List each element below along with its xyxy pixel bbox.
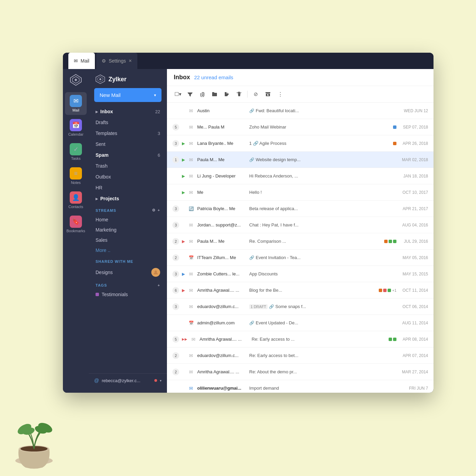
more-options-button[interactable]: ⋮ bbox=[275, 89, 286, 100]
sender-name: Austin bbox=[197, 108, 247, 113]
attach-button[interactable] bbox=[197, 89, 208, 100]
tab-mail[interactable]: ✉ Mail bbox=[68, 53, 95, 69]
folder-count: 3 bbox=[158, 131, 160, 136]
settings-tab-label: Settings bbox=[109, 58, 126, 64]
sidebar-item-notes[interactable]: ≡ Notes bbox=[65, 165, 87, 187]
folder-name: Outbox bbox=[96, 174, 160, 180]
mail-row[interactable]: 3 ▶ ✉ Jordan... support@z... Chat : Hey … bbox=[167, 217, 434, 233]
settings-icon[interactable]: ⚙ bbox=[152, 208, 156, 213]
mail-tags bbox=[384, 240, 396, 243]
mail-row[interactable]: 3 ▶ 🔄 Patricia Boyle... Me Beta release … bbox=[167, 201, 434, 217]
mail-row[interactable]: 0 ▶ ✉ olilienwuaru@gmai... Import demand… bbox=[167, 380, 434, 393]
tab-settings[interactable]: ⚙ Settings ✕ bbox=[96, 53, 138, 69]
account-switcher[interactable]: @ rebecca@zylker.c... ▾ bbox=[89, 373, 167, 387]
mail-subject: 🔗 Website design temp... bbox=[249, 157, 396, 162]
chevron-icon: ▾ bbox=[160, 379, 162, 382]
mail-date: OCT 10, 2017 bbox=[399, 190, 428, 195]
mail-row[interactable]: 3 ▶ ✉ Zombie Cutters... le... App Discou… bbox=[167, 266, 434, 282]
tags-actions[interactable]: + bbox=[158, 283, 160, 287]
thread-count: 5 bbox=[172, 124, 179, 131]
stream-sales[interactable]: Sales bbox=[89, 235, 167, 245]
mail-row[interactable]: 2 ▶ 📅 ITTeam Zillum... Me 🔗 Event Invita… bbox=[167, 250, 434, 266]
mail-header: Inbox 22 unread emails bbox=[167, 69, 434, 86]
mail-row[interactable]: 0 ▶ ✉ Austin 🔗 Fwd: Beautiful locati... … bbox=[167, 103, 434, 119]
add-tag-icon[interactable]: + bbox=[158, 283, 160, 287]
mail-subject: Chat : Hey Pat, I have f... bbox=[249, 222, 396, 227]
folder-templates[interactable]: Templates 3 bbox=[91, 128, 164, 139]
archive-button[interactable] bbox=[262, 89, 273, 100]
folder-name: Trash bbox=[96, 163, 160, 169]
add-icon[interactable]: + bbox=[158, 208, 160, 213]
tag-dot bbox=[383, 289, 387, 292]
tag-testimonials[interactable]: Testimonials bbox=[89, 289, 167, 300]
sidebar-item-calendar[interactable]: 📅 Calendar bbox=[65, 116, 87, 139]
filter-button[interactable] bbox=[185, 89, 196, 100]
mail-row[interactable]: 2 ▶ ✉ Amritha Agrawal.... ... Re: About … bbox=[167, 364, 434, 380]
mail-row[interactable]: 6 ▶ ✉ Amritha Agrawal.... ... Blog for t… bbox=[167, 282, 434, 299]
folder-drafts[interactable]: Drafts bbox=[91, 117, 164, 128]
mail-tags bbox=[393, 125, 396, 129]
mail-row[interactable]: 3 ▶ ✉ eduardov@zillum.c... 1 DRAFT 🔗 Som… bbox=[167, 299, 434, 315]
folder-sent[interactable]: Sent bbox=[91, 139, 164, 150]
sidebar-item-mail[interactable]: ✉ Mail bbox=[65, 92, 87, 115]
stream-marketing[interactable]: Marketing bbox=[89, 225, 167, 235]
mail-date: MAY 15, 2015 bbox=[399, 272, 428, 276]
mail-type-icon: ✉ bbox=[188, 107, 194, 114]
thread-count: 3 bbox=[172, 222, 179, 228]
mail-date: APR 26, 2018 bbox=[399, 141, 428, 146]
mail-type-icon: ✉ bbox=[188, 140, 194, 147]
mail-row[interactable]: 2 ▶ ✉ Paula M... Me Re. Comparison ... J… bbox=[167, 233, 434, 250]
mail-row[interactable]: 2 ▶ ✉ eduardov@zillum.c... Re: Early acc… bbox=[167, 347, 434, 364]
svg-rect-2 bbox=[74, 79, 77, 81]
folder-trash[interactable]: Trash bbox=[91, 160, 164, 171]
folder-name: Inbox bbox=[100, 109, 153, 114]
folder-spam[interactable]: Spam 6 bbox=[91, 150, 164, 160]
folder-projects[interactable]: ▶ Projects bbox=[91, 193, 164, 204]
delete-button[interactable] bbox=[234, 89, 244, 100]
sender-name: Lana Bryante.. Me bbox=[197, 141, 247, 146]
mail-tags bbox=[389, 338, 396, 341]
mail-date: APR 21, 2017 bbox=[399, 206, 428, 211]
folder-count: 22 bbox=[155, 109, 160, 114]
folder-hr[interactable]: HR bbox=[91, 182, 164, 193]
shared-label: SHARED WITH ME bbox=[96, 259, 133, 264]
flag-icon: ▶ bbox=[182, 288, 185, 293]
streams-label: STREAMS bbox=[96, 208, 116, 213]
sidebar-item-contacts[interactable]: 👤 Contacts bbox=[65, 189, 87, 211]
new-mail-button[interactable]: New Mail ▾ bbox=[94, 88, 162, 102]
thread-count: 6 bbox=[172, 287, 179, 294]
folder-inbox[interactable]: ▶ Inbox 22 bbox=[91, 106, 164, 117]
mail-row[interactable]: 5 ▶▶ ✉ Amritha Agrawal.... ... Re: Early… bbox=[167, 331, 434, 347]
shared-designs[interactable]: Designs bbox=[89, 266, 167, 279]
bookmark-icon: 🔖 bbox=[72, 218, 80, 225]
close-icon[interactable]: ✕ bbox=[129, 58, 132, 63]
mail-row[interactable]: 1 ▶ ✉ Paula M... Me 🔗 Website design tem… bbox=[167, 152, 434, 168]
contacts-icon-bg: 👤 bbox=[70, 191, 82, 204]
mail-row[interactable]: 0 ▶ ✉ Li Jung - Developer Hi Rebecca And… bbox=[167, 168, 434, 184]
sidebar-item-tasks[interactable]: ✓ Tasks bbox=[65, 140, 87, 163]
streams-actions[interactable]: ⚙ + bbox=[152, 208, 160, 213]
stream-home[interactable]: Home bbox=[89, 215, 167, 225]
select-checkbox-button[interactable]: ☐▾ bbox=[172, 89, 183, 100]
mail-icon-bg: ✉ bbox=[70, 95, 82, 107]
mail-date: OCT 11, 2014 bbox=[399, 288, 428, 293]
mail-type-icon: ✉ bbox=[188, 222, 194, 228]
folder-outbox[interactable]: Outbox bbox=[91, 171, 164, 182]
tag-dot bbox=[393, 240, 396, 243]
mail-date: JUL 29, 2016 bbox=[399, 239, 428, 244]
svg-point-8 bbox=[19, 445, 49, 452]
mail-row[interactable]: 0 ▶ ✉ Me Hello ! OCT 10, 2017 bbox=[167, 184, 434, 201]
more-link[interactable]: More .. bbox=[89, 245, 167, 255]
mail-subject: 🔗 Event Invitation - Tea... bbox=[249, 255, 396, 260]
label-button[interactable] bbox=[221, 89, 232, 100]
tag-dot bbox=[379, 289, 382, 292]
mail-row[interactable]: 0 ▶ 📅 admin@zillum.com 🔗 Event Updated -… bbox=[167, 315, 434, 331]
avatar bbox=[151, 268, 160, 277]
sidebar-item-bookmarks[interactable]: 🔖 Bookmarks bbox=[65, 213, 87, 236]
mail-date: APR 08, 2014 bbox=[399, 337, 428, 342]
mail-date: MAY 05, 2016 bbox=[399, 255, 428, 260]
mail-row[interactable]: 3 ▶ ✉ Lana Bryante.. Me 1 🔗 Agile Proces… bbox=[167, 135, 434, 152]
folder-button[interactable] bbox=[209, 89, 220, 100]
block-button[interactable]: ⊘ bbox=[250, 89, 261, 100]
mail-row[interactable]: 5 ▶ ✉ Me... Paula M Zoho Mail Webinar SE… bbox=[167, 119, 434, 135]
